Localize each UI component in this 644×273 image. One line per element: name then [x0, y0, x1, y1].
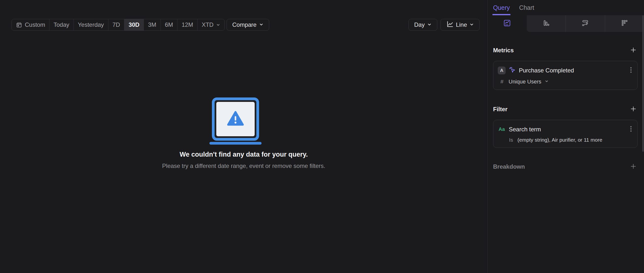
chevron-down-icon: [216, 23, 220, 27]
metric-event-name: Purchase Completed: [519, 67, 626, 74]
date-range-label: 30D: [128, 21, 139, 28]
metric-card[interactable]: A Purchase Completed # Unique Users: [493, 61, 638, 90]
empty-state-subtitle: Please try a different date range, event…: [162, 163, 326, 169]
metrics-section-header: Metrics: [493, 46, 638, 55]
date-range-control: Custom Today Yesterday 7D 30D 3M 6M 12M …: [12, 19, 225, 31]
visualization-tab-bar: [488, 15, 644, 32]
filter-options-button[interactable]: [629, 124, 633, 134]
bar-chart-icon: [542, 19, 550, 28]
date-range-label: 7D: [112, 21, 120, 28]
view-tab-metrics-grid[interactable]: [605, 15, 644, 32]
breakdown-section-header: Breakdown: [493, 162, 638, 171]
filter-property-row[interactable]: Aa Search term: [498, 124, 633, 134]
date-range-6m[interactable]: 6M: [160, 19, 177, 30]
filter-section-header: Filter: [493, 105, 638, 114]
date-range-label: 3M: [148, 21, 156, 28]
warning-triangle-icon: [227, 111, 244, 127]
sidebar-tab-bar: Query Chart: [488, 0, 644, 15]
flow-icon: [581, 19, 589, 28]
date-range-label: Yesterday: [78, 21, 104, 28]
tab-chart[interactable]: Chart: [519, 0, 534, 15]
breakdown-title: Breakdown: [493, 163, 525, 170]
series-badge: A: [498, 66, 506, 74]
metrics-grid-icon: [621, 19, 628, 28]
filter-property-name: Search term: [509, 126, 626, 133]
date-range-label: XTD: [202, 21, 214, 28]
metric-event-row[interactable]: A Purchase Completed: [498, 65, 633, 75]
chevron-down-icon: [427, 21, 432, 28]
date-range-12m[interactable]: 12M: [177, 19, 198, 30]
metrics-title: Metrics: [493, 47, 514, 54]
empty-state: We couldn't find any data for your query…: [0, 97, 488, 169]
date-range-label: Today: [54, 21, 69, 28]
main-canvas: Custom Today Yesterday 7D 30D 3M 6M 12M …: [0, 0, 488, 273]
chevron-down-icon: [470, 21, 474, 28]
kebab-menu-icon: [630, 66, 632, 74]
aggregation-label: Unique Users: [508, 79, 541, 85]
view-tab-insights[interactable]: [488, 15, 527, 32]
plus-icon: [630, 47, 637, 54]
compare-button[interactable]: Compare: [227, 19, 269, 31]
date-range-label: Custom: [25, 21, 45, 28]
filter-value: (empty string), Air purifier, or 11 more: [518, 137, 602, 143]
sidebar-scrollbar[interactable]: [642, 15, 644, 152]
calendar-icon: [16, 21, 22, 28]
add-filter-button[interactable]: [629, 105, 638, 114]
metric-aggregation-dropdown[interactable]: # Unique Users: [498, 79, 633, 85]
filter-title: Filter: [493, 106, 508, 113]
string-property-icon: Aa: [498, 126, 506, 132]
line-chart-icon: [446, 20, 454, 29]
date-range-label: 6M: [165, 21, 173, 28]
filter-value-selector[interactable]: Is (empty string), Air purifier, or 11 m…: [498, 137, 633, 143]
date-range-today[interactable]: Today: [49, 19, 74, 30]
kebab-menu-icon: [630, 125, 632, 133]
plus-icon: [630, 106, 637, 113]
date-range-3m[interactable]: 3M: [144, 19, 160, 30]
add-breakdown-button[interactable]: [629, 162, 638, 171]
view-tab-flow[interactable]: [566, 15, 605, 32]
date-range-7d[interactable]: 7D: [108, 19, 124, 30]
event-icon: [509, 66, 516, 74]
chart-type-dropdown[interactable]: Line: [440, 19, 480, 31]
tab-query-label: Query: [493, 4, 510, 11]
chart-type-label: Line: [456, 21, 467, 28]
plus-icon: [630, 163, 637, 170]
granularity-dropdown[interactable]: Day: [408, 19, 437, 31]
add-metric-button[interactable]: [629, 46, 638, 55]
laptop-illustration: [210, 97, 262, 145]
filter-card[interactable]: Aa Search term Is (empty string), Air pu…: [493, 120, 638, 148]
compare-label: Compare: [232, 21, 256, 28]
query-builder-sidebar: Query Chart: [488, 0, 644, 273]
date-range-xtd[interactable]: XTD: [198, 19, 224, 30]
metric-options-button[interactable]: [629, 65, 633, 75]
date-range-label: 12M: [182, 21, 193, 28]
empty-state-title: We couldn't find any data for your query…: [180, 151, 308, 158]
granularity-label: Day: [414, 21, 425, 28]
filter-operator: Is: [509, 137, 513, 143]
chevron-down-icon: [259, 21, 264, 28]
tab-query[interactable]: Query: [493, 0, 510, 15]
insights-line-chart-icon: [503, 19, 511, 28]
chart-controls: Day Line: [408, 19, 480, 31]
date-range-yesterday[interactable]: Yesterday: [74, 19, 108, 30]
view-tab-bar-chart[interactable]: [527, 15, 566, 32]
date-range-custom[interactable]: Custom: [12, 19, 49, 30]
hash-icon: #: [499, 79, 505, 85]
tab-chart-label: Chart: [519, 4, 534, 11]
chevron-down-icon: [545, 79, 549, 84]
date-range-30d[interactable]: 30D: [124, 19, 144, 30]
